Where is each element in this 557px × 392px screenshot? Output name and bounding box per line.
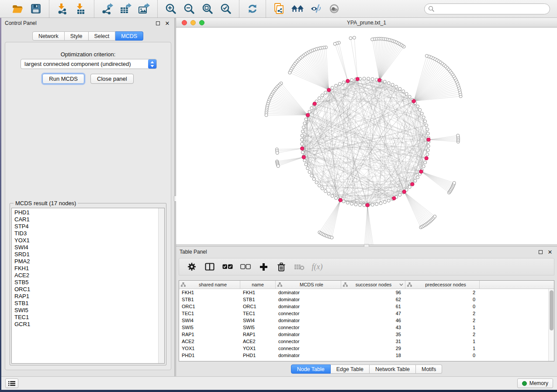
open-button[interactable]	[8, 1, 27, 16]
table-panel: Table Panel ✕	[176, 247, 557, 376]
column-header-successor-nodes[interactable]: successor nodes	[341, 281, 405, 289]
cell-successor-nodes: 47	[341, 310, 405, 317]
houses-button[interactable]	[288, 1, 307, 16]
mcds-result-node[interactable]: CAR1	[14, 216, 158, 223]
task-history-button[interactable]	[5, 378, 18, 388]
tab-network[interactable]: Network	[32, 31, 65, 41]
network-view-titlebar[interactable]: YPA_prune.txt_1	[176, 18, 557, 28]
zoom-in-icon	[165, 3, 176, 14]
houses-icon	[291, 3, 304, 14]
cell-predecessor-nodes: 1	[405, 345, 480, 352]
tab-motifs[interactable]: Motifs	[416, 364, 442, 374]
mcds-result-node[interactable]: SWI4	[14, 244, 158, 251]
zoom-fit-button[interactable]	[198, 1, 217, 16]
zoom-selected-button[interactable]	[217, 1, 235, 16]
gear-button[interactable]	[184, 260, 199, 273]
table-panel-tabs: Node TableEdge TableNetwork TableMotifs	[176, 364, 557, 374]
mcds-result-node[interactable]: YOX1	[14, 237, 158, 244]
table-row[interactable]: TEC1TEC1connector472	[179, 310, 548, 317]
node-table-scrollbar[interactable]	[548, 289, 554, 361]
table-row[interactable]: SWI4SWI4dominator462	[179, 317, 548, 324]
cell-name: STB1	[240, 296, 276, 303]
mcds-result-node[interactable]: STB5	[14, 279, 158, 286]
save-button[interactable]	[27, 1, 45, 16]
table-row[interactable]: FKH1FKH1dominator962	[179, 289, 548, 296]
mcds-result-node[interactable]: FKH1	[14, 265, 158, 272]
delete-column-button[interactable]	[274, 260, 289, 273]
mcds-result-node[interactable]: ORC1	[14, 286, 158, 293]
tab-mcds[interactable]: MCDS	[115, 31, 143, 41]
control-panel-float-button[interactable]	[154, 20, 161, 27]
cell-successor-nodes: 31	[341, 338, 405, 345]
table-row[interactable]: ACE2ACE2connector311	[179, 338, 548, 345]
mcds-result-node[interactable]: TID3	[14, 230, 158, 237]
run-mcds-button[interactable]: Run MCDS	[42, 74, 84, 84]
cell-name: SWI4	[240, 317, 276, 324]
cell-successor-nodes: 62	[341, 296, 405, 303]
table-row[interactable]: YOX1YOX1connector291	[179, 345, 548, 352]
column-header-mcds-role[interactable]: MCDS role	[276, 281, 341, 289]
tab-select[interactable]: Select	[89, 31, 116, 41]
table-row[interactable]: SWI5SWI5connector431	[179, 324, 548, 331]
columns-button[interactable]	[202, 260, 217, 273]
cell-predecessor-nodes: 0	[405, 296, 480, 303]
tab-node-table[interactable]: Node Table	[291, 364, 331, 374]
column-header-shared-name[interactable]: shared name	[179, 281, 240, 289]
table-row[interactable]: PHD1PHD1dominator180	[179, 352, 548, 359]
table-row[interactable]: RAP1RAP1dominator352	[179, 331, 548, 338]
select-all-button[interactable]	[220, 260, 235, 273]
mcds-result-node[interactable]: GCR1	[14, 321, 158, 328]
mcds-tab-panel: Optimization criterion: largest connecte…	[5, 42, 171, 370]
node-table-header: shared namename MCDS role successor node…	[179, 281, 554, 289]
mcds-result-scrollbar[interactable]	[158, 208, 164, 363]
optimization-criterion-select[interactable]: largest connected component (undirected)	[21, 59, 157, 69]
table-panel-float-button[interactable]	[537, 248, 544, 255]
import-network-button[interactable]	[53, 1, 72, 16]
table-panel-close-button[interactable]: ✕	[547, 248, 554, 255]
cell-name: SWI5	[240, 324, 276, 331]
mcds-result-node[interactable]: PMA2	[14, 258, 158, 265]
close-panel-button[interactable]: Close panel	[90, 74, 134, 84]
cell-predecessor-nodes: 2	[405, 289, 480, 296]
network-graph[interactable]	[176, 28, 557, 244]
search-input[interactable]	[424, 3, 550, 14]
add-column-button[interactable]	[256, 260, 271, 273]
node-table-scroll-thumb[interactable]	[550, 290, 554, 330]
zoom-in-button[interactable]	[162, 1, 180, 16]
column-header-name[interactable]: name	[240, 281, 276, 289]
deselect-all-button[interactable]	[238, 260, 253, 273]
function-builder-button: f(x)	[310, 260, 325, 273]
tab-style[interactable]: Style	[65, 31, 89, 41]
hide-details-button[interactable]	[307, 1, 325, 16]
table-row[interactable]: ORC1ORC1dominator610	[179, 303, 548, 310]
eye-button[interactable]	[325, 1, 343, 16]
cell-shared-name: TEC1	[179, 310, 240, 317]
mcds-result-node[interactable]: PHD1	[14, 209, 158, 216]
task-list-icon	[8, 381, 15, 386]
new-network-from-selection-button[interactable]	[270, 1, 288, 16]
refresh-layout-button[interactable]	[243, 1, 262, 16]
zoom-out-button[interactable]	[180, 1, 198, 16]
control-panel-close-button[interactable]: ✕	[164, 20, 171, 27]
export-image-button[interactable]	[135, 1, 153, 16]
memory-button[interactable]: Memory	[517, 378, 553, 388]
mcds-result-list[interactable]: PHD1CAR1STP4TID3YOX1SWI4SRD1PMA2FKH1ACE2…	[11, 208, 165, 364]
delete-table-button	[292, 260, 307, 273]
mcds-result-node[interactable]: SRD1	[14, 251, 158, 258]
mcds-result-node[interactable]: TEC1	[14, 314, 158, 321]
export-network-button[interactable]	[98, 1, 117, 16]
optimization-criterion-value: largest connected component (undirected)	[21, 61, 148, 67]
mcds-result-node[interactable]: STB1	[14, 300, 158, 307]
tab-network-table[interactable]: Network Table	[370, 364, 416, 374]
table-row[interactable]: STB1STB1dominator620	[179, 296, 548, 303]
tab-edge-table[interactable]: Edge Table	[331, 364, 370, 374]
import-table-button[interactable]	[72, 1, 90, 16]
mcds-result-node[interactable]: RAP1	[14, 293, 158, 300]
mcds-result-node[interactable]: SWI5	[14, 307, 158, 314]
cell-mcds-role: connector	[276, 345, 341, 352]
mcds-result-node[interactable]: STP4	[14, 223, 158, 230]
mcds-result-node[interactable]: ACE2	[14, 272, 158, 279]
cell-name: ORC1	[240, 303, 276, 310]
export-table-button[interactable]	[117, 1, 135, 16]
column-header-predecessor-nodes[interactable]: predecessor nodes	[405, 281, 480, 289]
